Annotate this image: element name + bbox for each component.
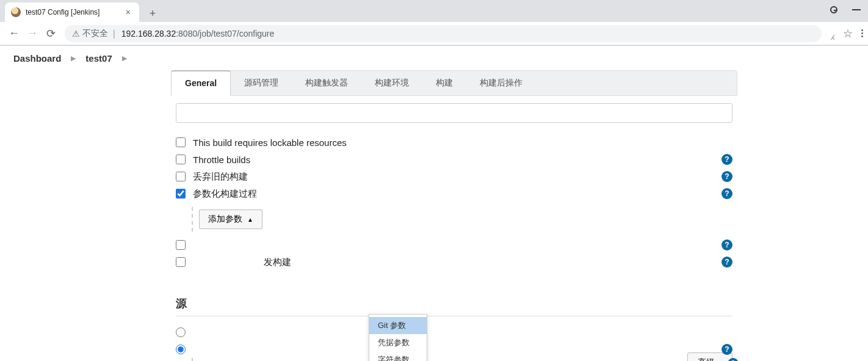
help-icon[interactable]: ? [722, 239, 732, 250]
scm-git-details: ? [192, 358, 732, 361]
menu-item-git-param[interactable]: Git 参数 [369, 317, 427, 334]
config-tab-bar: General 源码管理 构建触发器 构建环境 构建 构建后操作 [171, 70, 737, 96]
throttle-label: Throttle builds [193, 155, 250, 165]
form-area: This build requires lockable resources T… [171, 96, 737, 361]
tab-strip: test07 Config [Jenkins] × + [0, 0, 868, 22]
option-throttle: Throttle builds ? [176, 151, 732, 168]
scm-git: ? [176, 341, 732, 358]
menu-item-string-param[interactable]: 字符参数 [369, 351, 427, 361]
concurrent-checkbox[interactable] [176, 257, 186, 267]
address-bar[interactable]: ⚠ 不安全 | 192.168.28.32:8080/job/test07/co… [65, 25, 822, 42]
tab-environment[interactable]: 构建环境 [361, 71, 422, 95]
add-parameter-button[interactable]: 添加参数 ▲ [199, 210, 262, 229]
account-icon[interactable] [830, 6, 837, 13]
scm-none-radio[interactable] [176, 327, 186, 337]
section-rule [176, 316, 732, 316]
discard-label: 丢弃旧的构建 [193, 171, 248, 183]
discard-checkbox[interactable] [176, 172, 186, 181]
add-param-section: 添加参数 ▲ [192, 207, 732, 232]
forward-button[interactable]: → [23, 24, 42, 43]
warning-icon: ⚠ [72, 29, 80, 38]
url-port: :8080 [176, 29, 197, 38]
chevron-right-icon: ▶ [71, 54, 76, 62]
option-concurrent: 发构建 ? [176, 253, 732, 271]
description-input[interactable] [176, 103, 732, 123]
new-tab-button[interactable]: + [144, 5, 161, 22]
crumb-job[interactable]: test07 [85, 53, 112, 64]
chevron-right-icon: ▶ [122, 54, 127, 62]
insecure-label: 不安全 [82, 28, 108, 39]
tab-build[interactable]: 构建 [422, 71, 466, 95]
parameterized-label: 参数化构建过程 [193, 188, 257, 200]
option-discard: 丢弃旧的构建 ? [176, 168, 732, 185]
bookmark-icon[interactable]: ☆ [843, 27, 853, 40]
tab-title: test07 Config [Jenkins] [26, 8, 123, 16]
toolbar-actions: ⁁ ☆ [831, 27, 863, 40]
url-path: /job/test07/configure [197, 29, 274, 38]
option-hidden1: ? [176, 236, 732, 253]
crumb-dashboard[interactable]: Dashboard [13, 53, 61, 64]
help-icon[interactable]: ? [722, 154, 732, 165]
window-controls [830, 6, 861, 13]
throttle-checkbox[interactable] [176, 155, 186, 164]
option-parameterized: 参数化构建过程 ? [176, 185, 732, 202]
breadcrumb: Dashboard ▶ test07 ▶ [0, 46, 868, 70]
url-host: 192.168.28.32 [121, 29, 176, 38]
reload-button[interactable]: ⟳ [42, 24, 60, 43]
help-icon[interactable]: ? [722, 257, 732, 268]
help-icon[interactable]: ? [722, 188, 732, 199]
scm-git-radio[interactable] [176, 345, 186, 354]
browser-tab[interactable]: test07 Config [Jenkins] × [5, 2, 139, 22]
parameterized-checkbox[interactable] [176, 189, 186, 199]
config-content: General 源码管理 构建触发器 构建环境 构建 构建后操作 This bu… [0, 70, 868, 361]
help-icon[interactable]: ? [728, 358, 739, 361]
jenkins-favicon [11, 7, 21, 17]
parameter-type-menu: Git 参数 凭据参数 字符参数 密码参数 布尔值参数 文件参数 文本参数 运行… [369, 314, 427, 361]
caret-up-icon: ▲ [247, 216, 253, 223]
add-param-label: 添加参数 [208, 214, 242, 225]
concurrent-label-partial: 发构建 [264, 257, 291, 268]
tab-scm[interactable]: 源码管理 [231, 71, 292, 95]
help-icon[interactable]: ? [722, 171, 732, 182]
scm-none [176, 324, 732, 341]
option-lockable: This build requires lockable resources [176, 134, 732, 151]
section-scm-partial: 源 [176, 296, 732, 311]
separator: | [113, 29, 115, 38]
back-button[interactable]: ← [5, 24, 23, 43]
hidden1-checkbox[interactable] [176, 240, 186, 250]
minimize-icon[interactable] [852, 9, 861, 10]
tab-general[interactable]: General [171, 70, 231, 96]
security-indicator[interactable]: ⚠ 不安全 [72, 28, 108, 39]
help-icon[interactable]: ? [722, 344, 732, 355]
translate-icon[interactable]: ⁁ [831, 27, 834, 40]
tab-triggers[interactable]: 构建触发器 [292, 71, 361, 95]
browser-chrome: test07 Config [Jenkins] × + ← → ⟳ ⚠ 不安全 … [0, 0, 868, 46]
tab-post-build[interactable]: 构建后操作 [466, 71, 536, 95]
lockable-label: This build requires lockable resources [193, 137, 347, 148]
close-icon[interactable]: × [123, 7, 133, 17]
menu-item-credentials-param[interactable]: 凭据参数 [369, 334, 427, 351]
lockable-checkbox[interactable] [176, 137, 186, 147]
more-icon[interactable] [861, 28, 863, 38]
browser-toolbar: ← → ⟳ ⚠ 不安全 | 192.168.28.32:8080/job/tes… [0, 22, 868, 45]
